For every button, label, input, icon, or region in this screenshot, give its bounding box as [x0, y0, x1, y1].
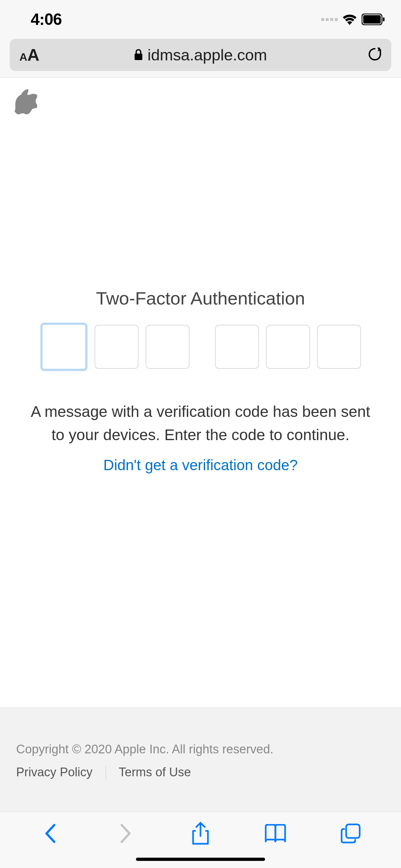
chevron-left-icon: [44, 824, 56, 843]
url-bar-container: AA idmsa.apple.com: [0, 39, 401, 78]
url-text: idmsa.apple.com: [148, 46, 267, 64]
copyright-text: Copyright © 2020 Apple Inc. All rights r…: [16, 742, 385, 756]
verification-code-inputs: [0, 325, 401, 371]
terms-of-use-link[interactable]: Terms of Use: [119, 765, 191, 779]
instruction-text: A message with a verification code has b…: [0, 400, 401, 446]
share-button[interactable]: [188, 820, 213, 846]
url-display[interactable]: idmsa.apple.com: [134, 46, 267, 64]
tabs-icon: [340, 823, 361, 844]
forward-button[interactable]: [113, 820, 138, 846]
apple-logo-icon[interactable]: [14, 88, 37, 115]
footer-links: Privacy Policy Terms of Use: [16, 765, 385, 779]
code-digit-1[interactable]: [40, 322, 88, 371]
svg-rect-2: [383, 18, 384, 21]
share-icon: [192, 822, 209, 845]
privacy-policy-link[interactable]: Privacy Policy: [16, 765, 93, 779]
code-digit-4[interactable]: [215, 325, 259, 369]
code-digit-2[interactable]: [95, 325, 138, 369]
status-time: 4:06: [31, 10, 62, 29]
status-bar: 4:06: [0, 0, 401, 39]
two-factor-panel: Two-Factor Authentication A message with…: [0, 117, 401, 474]
url-bar[interactable]: AA idmsa.apple.com: [10, 39, 391, 71]
svg-rect-1: [363, 15, 381, 24]
page-title: Two-Factor Authentication: [0, 288, 401, 309]
header-logo-wrap: [0, 78, 401, 117]
bookmarks-button[interactable]: [263, 820, 288, 846]
status-indicators: [321, 13, 385, 25]
footer-divider: [105, 766, 106, 779]
code-digit-5[interactable]: [266, 325, 310, 369]
book-icon: [265, 824, 286, 843]
signal-dots-icon: [321, 18, 338, 21]
back-button[interactable]: [37, 820, 63, 846]
refresh-button[interactable]: [368, 46, 382, 63]
page-content: Two-Factor Authentication A message with…: [0, 78, 401, 811]
home-indicator[interactable]: [136, 858, 265, 861]
page-footer: Copyright © 2020 Apple Inc. All rights r…: [0, 707, 401, 811]
resend-code-link[interactable]: Didn't get a verification code?: [103, 457, 298, 473]
svg-rect-3: [135, 54, 143, 60]
chevron-right-icon: [120, 824, 131, 843]
reader-format-button[interactable]: AA: [19, 45, 39, 65]
wifi-icon: [342, 13, 357, 25]
svg-rect-4: [346, 825, 360, 838]
code-digit-3[interactable]: [146, 325, 189, 369]
tabs-button[interactable]: [338, 820, 364, 846]
lock-icon: [134, 49, 143, 61]
refresh-icon: [368, 46, 382, 62]
code-digit-6[interactable]: [317, 325, 361, 369]
battery-icon: [362, 13, 385, 25]
